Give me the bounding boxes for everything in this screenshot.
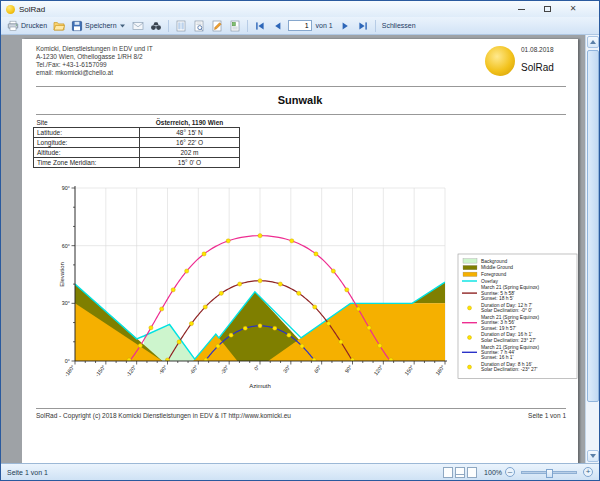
x-tick-label: -30°: [219, 364, 230, 376]
arrow-up-icon: [590, 40, 596, 44]
zoom-in-button[interactable]: +: [583, 467, 593, 477]
altitude-value: 202 m: [140, 148, 240, 158]
minimize-button[interactable]: [508, 2, 534, 17]
hour-marker: [238, 282, 242, 286]
print-icon: [7, 20, 19, 32]
preview-button[interactable]: [191, 19, 207, 33]
hour-marker: [171, 288, 175, 292]
footer-copyright: SolRad - Copyright (c) 2018 Komicki Dien…: [36, 412, 291, 419]
hour-marker: [138, 344, 142, 348]
first-page-button[interactable]: [252, 19, 268, 33]
hour-marker: [203, 305, 207, 309]
solrad-logo-label: SolRad: [521, 62, 554, 73]
open-button[interactable]: [51, 19, 67, 33]
solrad-window: SolRad ✕ Drucken: [0, 0, 600, 481]
hour-marker: [273, 326, 277, 330]
save-dropdown-icon[interactable]: [119, 22, 126, 29]
toolbar: Drucken Speichern: [1, 17, 599, 35]
x-tick-label: -60°: [188, 364, 199, 376]
legend-label: March 21 (Spring Equinox): [481, 345, 540, 350]
hour-marker: [290, 239, 294, 243]
hour-marker: [314, 252, 318, 256]
legend-label: Sunset: 16 h 1': [481, 355, 514, 360]
site-table-header: Site Österreich, 1190 Wien: [34, 118, 240, 128]
x-tick-label: -120°: [125, 364, 138, 378]
page-setup-icon: [175, 20, 187, 32]
window-buttons: ✕: [508, 2, 586, 17]
close-icon: ✕: [570, 5, 577, 13]
y-tick-label: 0°: [65, 358, 70, 364]
maximize-icon: [544, 6, 551, 12]
zoom-level-label: 100%: [484, 469, 502, 476]
two-page-view-icon[interactable]: [467, 467, 477, 478]
report-footer: SolRad - Copyright (c) 2018 Komicki Dien…: [36, 412, 566, 419]
first-page-icon: [254, 20, 266, 32]
x-tick-label: 30°: [282, 364, 292, 374]
single-page-view-icon[interactable]: [443, 467, 453, 478]
hour-marker: [378, 344, 382, 348]
hour-marker: [312, 358, 316, 362]
site-value: Österreich, 1190 Wien: [140, 118, 240, 128]
hour-marker: [216, 344, 220, 348]
company-email: email: mkomicki@chello.at: [36, 69, 153, 77]
hour-marker: [326, 322, 330, 326]
hour-marker: [160, 307, 164, 311]
hour-marker: [313, 305, 317, 309]
legend-label: March 21 (Spring Equinox): [481, 285, 540, 290]
scrollbar-thumb[interactable]: [587, 50, 599, 402]
email-button[interactable]: [130, 19, 146, 33]
header-divider: [36, 86, 566, 87]
continuous-view-icon[interactable]: [455, 467, 465, 478]
open-folder-icon: [53, 20, 65, 32]
hour-marker: [229, 333, 233, 337]
chart-legend: BackgroundMiddle GroundForegroundOverlay…: [458, 254, 577, 378]
save-button[interactable]: Speichern: [69, 19, 128, 33]
y-axis-title: Elevation: [59, 262, 65, 287]
app-sun-icon: [6, 5, 15, 14]
close-report-label: Schliessen: [382, 22, 416, 29]
hour-marker: [149, 326, 153, 330]
x-tick-label: 0°: [253, 364, 261, 372]
toolbar-separator: [375, 20, 376, 32]
x-tick-label: 90°: [344, 364, 354, 374]
legend-label: Foreground: [481, 272, 507, 277]
hour-marker: [258, 279, 262, 283]
search-button[interactable]: [148, 19, 164, 33]
edit-page-button[interactable]: [209, 19, 225, 33]
zoom-out-button[interactable]: –: [505, 467, 515, 477]
maximize-button[interactable]: [534, 2, 560, 17]
zoom-slider[interactable]: [521, 471, 577, 474]
sunwalk-chart: 0°30°60°90°-180°-150°-120°-90°-60°-30°0°…: [30, 183, 578, 401]
close-button[interactable]: ✕: [560, 2, 586, 17]
company-street: A-1230 Wien, Othellogasse 1/RH 8/2: [36, 53, 153, 61]
thumbnails-button[interactable]: [227, 19, 243, 33]
x-tick-label: 150°: [403, 364, 415, 376]
hour-marker: [339, 340, 343, 344]
close-report-button[interactable]: Schliessen: [380, 21, 418, 30]
page-count-label: von 1: [316, 22, 333, 29]
legend-label: Overlay: [481, 279, 498, 284]
hour-marker: [202, 252, 206, 256]
window-title: SolRad: [19, 5, 508, 14]
scrollbar-up-button[interactable]: [587, 36, 599, 48]
arrow-down-icon: [590, 454, 596, 458]
legend-swatch: [463, 259, 477, 263]
next-page-button[interactable]: [337, 19, 353, 33]
hour-marker: [127, 358, 131, 362]
page-setup-button[interactable]: [173, 19, 189, 33]
last-page-button[interactable]: [355, 19, 371, 33]
hour-marker: [367, 326, 371, 330]
status-page-info: Seite 1 von 1: [7, 469, 440, 476]
legend-label: Middle Ground: [481, 265, 513, 270]
legend-label: Solar Declination: 23° 27': [481, 338, 536, 343]
zoom-slider-thumb[interactable]: [546, 469, 553, 478]
next-page-icon: [339, 20, 351, 32]
prev-page-button[interactable]: [270, 19, 286, 33]
print-button[interactable]: Drucken: [5, 19, 49, 33]
scrollbar-down-button[interactable]: [587, 450, 599, 462]
toolbar-separator: [168, 20, 169, 32]
vertical-scrollbar[interactable]: [585, 35, 599, 463]
hour-marker: [297, 291, 301, 295]
page-number-input[interactable]: [288, 20, 312, 31]
table-row: Longitude: 16° 22' O: [34, 138, 240, 148]
